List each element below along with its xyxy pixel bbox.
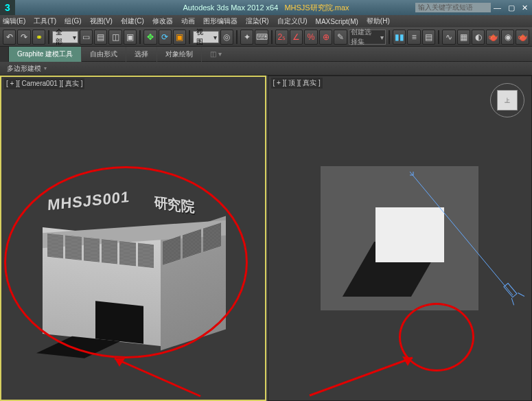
mirror-button[interactable]: ▮▮ — [393, 30, 406, 45]
window-crossing-button[interactable]: ▣ — [124, 30, 137, 45]
viewport-camera[interactable]: [ + ][ Camera001 ][ 真实 ] MHSJS001 研究院 — [0, 76, 266, 401]
tab-graphite-modeling[interactable]: Graphite 建模工具 — [9, 47, 82, 62]
svg-line-2 — [410, 172, 513, 295]
render-button[interactable]: 🫖 — [516, 30, 529, 45]
annotation-ellipse-right — [399, 303, 474, 371]
menu-graph-editors[interactable]: 图形编辑器 — [203, 16, 238, 26]
manipulate-button[interactable]: ✦ — [240, 30, 253, 45]
move-button[interactable]: ✥ — [143, 30, 157, 45]
tab-object-paint[interactable]: 对象绘制 — [157, 47, 202, 62]
undo-button[interactable]: ↶ — [3, 30, 16, 45]
rotate-button[interactable]: ⟳ — [159, 30, 172, 45]
menu-customize[interactable]: 自定义(U) — [277, 16, 308, 26]
curve-editor-button[interactable]: ∿ — [442, 30, 455, 45]
menu-create[interactable]: 创建(C) — [121, 16, 144, 26]
ribbon-handle[interactable] — [0, 47, 9, 62]
menu-modifiers[interactable]: 修改器 — [152, 16, 173, 26]
close-icon[interactable]: ✕ — [522, 3, 528, 12]
refcoord-dropdown[interactable]: 视图 — [193, 31, 218, 43]
select-name-button[interactable]: ▤ — [94, 30, 107, 45]
camera-frustum — [410, 172, 532, 309]
document-filename: MHSJS研究院.max — [284, 3, 349, 12]
tab-freeform[interactable]: 自由形式 — [82, 47, 126, 62]
menu-tools[interactable]: 工具(T) — [34, 16, 56, 26]
annotation-arrow-left — [104, 352, 207, 400]
svg-line-6 — [509, 298, 516, 305]
help-search-input[interactable]: 输入关键字或短语 — [415, 3, 491, 12]
select-region-button[interactable]: ◫ — [108, 30, 122, 45]
angle-snap-button[interactable]: ∠ — [290, 30, 303, 45]
layer-button[interactable]: ▤ — [422, 30, 435, 45]
material-editor-button[interactable]: ◐ — [472, 30, 485, 45]
schematic-button[interactable]: ▦ — [457, 30, 470, 45]
render-frame-button[interactable]: ◉ — [501, 30, 514, 45]
building-sign-1: MHSJS001 — [47, 187, 130, 214]
minimize-icon[interactable]: — — [494, 3, 501, 12]
snap-toggle-button[interactable]: 2₅ — [275, 30, 288, 45]
svg-marker-8 — [402, 356, 413, 366]
redo-button[interactable]: ↷ — [17, 30, 30, 45]
panel-polygon-modeling[interactable]: 多边形建模 — [3, 63, 51, 74]
viewport-top[interactable]: [ + ][ 顶 ][ 真实 ] 上 — [268, 76, 533, 401]
selection-filter-dropdown[interactable]: 全部 — [52, 31, 78, 43]
building-model: MHSJS001 研究院 — [41, 185, 226, 343]
annotation-arrow-right — [306, 351, 430, 399]
viewport-container: [ + ][ Camera001 ][ 真实 ] MHSJS001 研究院 [ … — [0, 76, 532, 401]
menu-maxscript[interactable]: MAXScript(M) — [316, 18, 358, 25]
tab-selection[interactable]: 选择 — [126, 47, 157, 62]
viewport-label-camera[interactable]: [ + ][ Camera001 ][ 真实 ] — [4, 78, 84, 89]
app-logo-icon[interactable]: 3 — [0, 0, 15, 15]
menu-view[interactable]: 视图(V) — [90, 16, 113, 26]
align-button[interactable]: ≡ — [407, 30, 420, 45]
camera-scene: MHSJS001 研究院 — [41, 185, 226, 343]
svg-line-7 — [310, 358, 413, 396]
edit-named-sel-button[interactable]: ✎ — [334, 30, 347, 45]
menu-animation[interactable]: 动画 — [181, 16, 195, 26]
building-sign-2: 研究院 — [154, 192, 195, 217]
scale-button[interactable]: ▣ — [173, 30, 186, 45]
viewport-label-top[interactable]: [ + ][ 顶 ][ 真实 ] — [271, 78, 323, 89]
graphite-ribbon: Graphite 建模工具 自由形式 选择 对象绘制 ◫ ▾ — [0, 47, 532, 62]
viewcube[interactable]: 上 — [490, 83, 524, 117]
spinner-snap-button[interactable]: ⊕ — [319, 30, 332, 45]
svg-line-0 — [115, 358, 200, 396]
top-scene — [321, 166, 478, 310]
title-bar: 3 Autodesk 3ds Max 2012 x64 MHSJS研究院.max… — [0, 0, 532, 15]
app-title: Autodesk 3ds Max 2012 x64 MHSJS研究院.max — [183, 3, 349, 13]
menu-render[interactable]: 渲染(R) — [246, 16, 269, 26]
render-setup-button[interactable]: 🫖 — [486, 30, 499, 45]
link-button[interactable]: ⚭ — [32, 30, 45, 45]
menu-help[interactable]: 帮助(H) — [367, 16, 390, 26]
window-controls: — ▢ ✕ — [494, 3, 528, 12]
pivot-button[interactable]: ◎ — [220, 30, 233, 45]
percent-snap-button[interactable]: % — [304, 30, 317, 45]
named-selection-dropdown[interactable]: 创建选择集 — [349, 30, 386, 45]
maximize-icon[interactable]: ▢ — [508, 3, 515, 12]
ribbon-expand-icon[interactable]: ◫ ▾ — [210, 50, 222, 58]
svg-line-5 — [518, 291, 524, 298]
menu-edit[interactable]: 编辑(E) — [3, 16, 25, 26]
menu-bar: 编辑(E) 工具(T) 组(G) 视图(V) 创建(C) 修改器 动画 图形编辑… — [0, 15, 532, 27]
menu-group[interactable]: 组(G) — [65, 16, 81, 26]
main-toolbar: ↶ ↷ ⚭ 全部 ▭ ▤ ◫ ▣ ✥ ⟳ ▣ 视图 ◎ ✦ ⌨ 2₅ ∠ % ⊕… — [0, 27, 532, 47]
ribbon-panel-row: 多边形建模 — [0, 62, 532, 76]
keyboard-shortcut-button[interactable]: ⌨ — [255, 30, 268, 45]
svg-rect-4 — [504, 283, 517, 297]
select-button[interactable]: ▭ — [80, 30, 93, 45]
svg-marker-1 — [115, 358, 125, 367]
viewcube-face[interactable]: 上 — [497, 90, 518, 111]
